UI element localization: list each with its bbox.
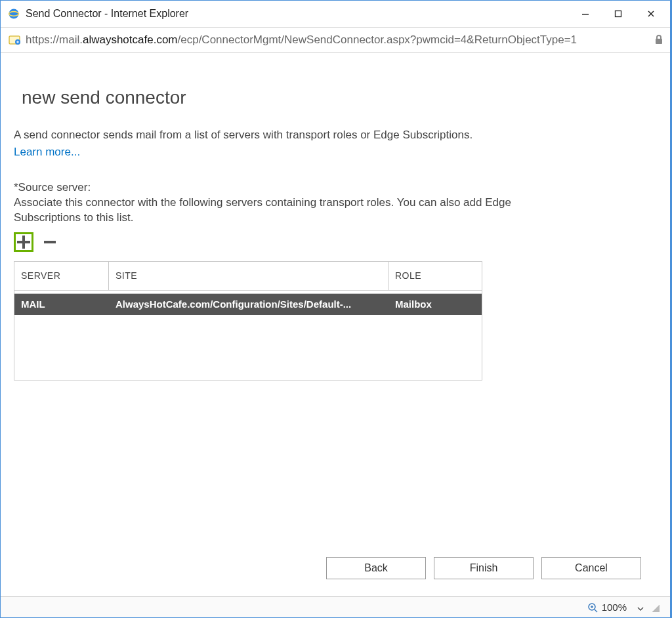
zoom-control[interactable]: 100%	[587, 602, 644, 613]
chevron-down-icon[interactable]	[637, 602, 644, 613]
finish-button[interactable]: Finish	[434, 557, 534, 579]
minimize-button[interactable]	[569, 2, 602, 26]
wizard-footer: Back Finish Cancel	[1, 557, 671, 579]
maximize-button[interactable]	[602, 2, 635, 26]
col-header-server[interactable]: SERVER	[14, 262, 109, 290]
col-header-site[interactable]: SITE	[109, 262, 388, 290]
list-toolbar	[14, 232, 658, 252]
lock-icon	[654, 34, 663, 47]
url-text: https://mail.alwayshotcafe.com/ecp/Conne…	[26, 33, 649, 47]
svg-rect-2	[582, 14, 589, 15]
window-title: Send Connector - Internet Explorer	[26, 8, 569, 20]
svg-rect-3	[616, 11, 621, 17]
add-button[interactable]	[14, 232, 33, 252]
zoom-value: 100%	[602, 602, 627, 613]
minus-icon	[44, 241, 56, 243]
page-title: new send connector	[22, 87, 658, 108]
page-cert-icon	[9, 33, 22, 47]
titlebar: Send Connector - Internet Explorer	[1, 1, 671, 27]
resize-grip[interactable]	[650, 603, 660, 612]
server-table: SERVER SITE ROLE MAIL AlwaysHotCafe.com/…	[14, 261, 482, 381]
cell-role: Mailbox	[388, 299, 482, 310]
browser-window: Send Connector - Internet Explorer https…	[0, 0, 672, 618]
source-server-label: *Source server:	[14, 181, 658, 194]
status-bar: 100%	[1, 596, 671, 617]
close-button[interactable]	[635, 2, 667, 26]
learn-more-link[interactable]: Learn more...	[14, 146, 80, 158]
svg-rect-6	[656, 39, 662, 44]
source-server-description: Associate this connector with the follow…	[14, 196, 526, 226]
cell-site: AlwaysHotCafe.com/Configuration/Sites/De…	[109, 299, 388, 310]
table-header: SERVER SITE ROLE	[14, 262, 482, 291]
magnifier-icon	[587, 602, 598, 613]
url-path: /ecp/ConnectorMgmt/NewSendConnector.aspx…	[178, 33, 578, 46]
svg-point-0	[9, 9, 19, 19]
cell-server: MAIL	[14, 299, 109, 310]
col-header-role[interactable]: ROLE	[388, 262, 482, 290]
table-row[interactable]: MAIL AlwaysHotCafe.com/Configuration/Sit…	[14, 294, 482, 315]
url-host: alwayshotcafe.com	[83, 33, 178, 46]
window-right-edge	[670, 1, 671, 617]
address-bar[interactable]: https://mail.alwayshotcafe.com/ecp/Conne…	[1, 27, 671, 53]
intro-text: A send connector sends mail from a list …	[14, 128, 526, 143]
remove-button[interactable]	[40, 232, 60, 252]
table-body: MAIL AlwaysHotCafe.com/Configuration/Sit…	[14, 293, 482, 380]
url-scheme: https://	[26, 33, 59, 46]
back-button[interactable]: Back	[326, 557, 426, 579]
page-content: new send connector A send connector send…	[2, 54, 670, 590]
url-host-prefix: mail.	[59, 33, 83, 46]
ie-logo-icon	[7, 7, 20, 20]
cancel-button[interactable]: Cancel	[541, 557, 641, 579]
plus-icon	[17, 236, 30, 249]
